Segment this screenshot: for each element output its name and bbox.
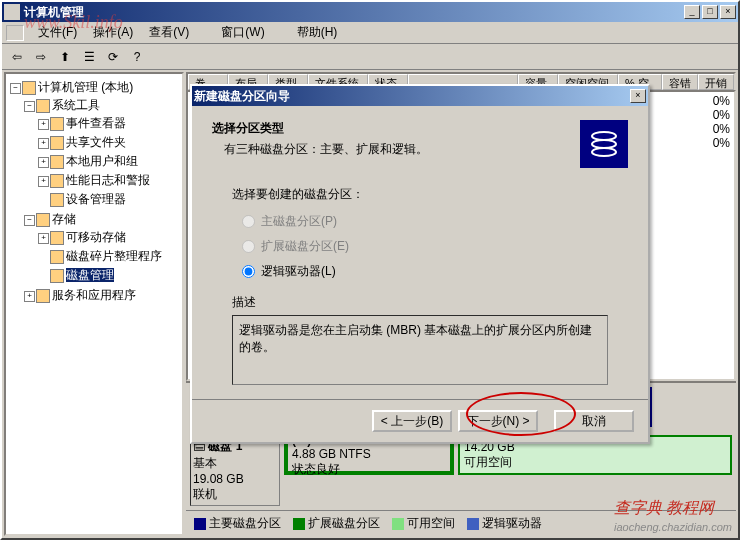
next-button[interactable]: 下一步(N) > xyxy=(458,410,538,432)
computer-icon xyxy=(22,81,36,95)
minimize-button[interactable]: _ xyxy=(684,5,700,19)
legend: 主要磁盘分区 扩展磁盘分区 可用空间 逻辑驱动器 xyxy=(186,510,736,536)
tree-devmgr[interactable]: 设备管理器 xyxy=(36,190,180,209)
app-icon xyxy=(4,4,20,20)
dialog-titlebar: 新建磁盘分区向导 × xyxy=(192,86,648,106)
radio-logical[interactable]: 逻辑驱动器(L) xyxy=(242,259,628,284)
dialog-buttons: < 上一步(B) 下一步(N) > 取消 xyxy=(192,399,648,442)
menubar: 文件(F) 操作(A) 查看(V) 窗口(W) 帮助(H) xyxy=(2,22,738,44)
tools-icon xyxy=(36,99,50,113)
storage-icon xyxy=(36,213,50,227)
radio-logical-input[interactable] xyxy=(242,265,255,278)
legend-primary-swatch xyxy=(194,518,206,530)
disk1-info[interactable]: 🖴 磁盘 1 基本 19.08 GB 联机 xyxy=(190,435,280,506)
svg-point-1 xyxy=(592,140,616,148)
dialog-title: 新建磁盘分区向导 xyxy=(194,88,628,105)
app-menu-icon xyxy=(6,25,24,41)
radio-extended-input xyxy=(242,240,255,253)
maximize-button[interactable]: □ xyxy=(702,5,718,19)
menu-view[interactable]: 查看(V) xyxy=(141,22,197,43)
legend-free-swatch xyxy=(392,518,404,530)
description-label: 描述 xyxy=(212,294,628,311)
new-partition-wizard: 新建磁盘分区向导 × 选择分区类型 有三种磁盘分区：主要、扩展和逻辑。 选择要创… xyxy=(190,84,650,444)
svg-point-2 xyxy=(592,148,616,156)
description-box: 逻辑驱动器是您在主启动集 (MBR) 基本磁盘上的扩展分区内所创建的卷。 xyxy=(232,315,608,385)
svg-point-0 xyxy=(592,132,616,140)
tree-users[interactable]: 本地用户和组 xyxy=(36,152,180,171)
device-icon xyxy=(50,193,64,207)
menu-window[interactable]: 窗口(W) xyxy=(213,22,272,43)
disk-icon xyxy=(50,269,64,283)
radio-extended: 扩展磁盘分区(E) xyxy=(242,234,628,259)
tree-root[interactable]: 计算机管理 (本地) 系统工具 事件查看器 共享文件夹 本地用户和组 性能日志和… xyxy=(8,78,180,306)
tree-systools[interactable]: 系统工具 事件查看器 共享文件夹 本地用户和组 性能日志和警报 设备管理器 xyxy=(22,96,180,210)
col-fault[interactable]: 容错 xyxy=(662,74,698,90)
event-icon xyxy=(50,117,64,131)
back-button[interactable]: < 上一步(B) xyxy=(372,410,452,432)
tree-shared[interactable]: 共享文件夹 xyxy=(36,133,180,152)
up-icon[interactable]: ⬆ xyxy=(54,46,76,68)
menu-help[interactable]: 帮助(H) xyxy=(289,22,346,43)
dialog-close-button[interactable]: × xyxy=(630,89,646,103)
menu-action[interactable]: 操作(A) xyxy=(85,22,141,43)
legend-logical-swatch xyxy=(467,518,479,530)
partition-type-group: 主磁盘分区(P) 扩展磁盘分区(E) 逻辑驱动器(L) xyxy=(212,203,628,294)
users-icon xyxy=(50,155,64,169)
tree-services[interactable]: 服务和应用程序 xyxy=(22,286,180,305)
menu-file[interactable]: 文件(F) xyxy=(30,22,85,43)
tree-perflog[interactable]: 性能日志和警报 xyxy=(36,171,180,190)
overhead-values: 0%0%0%0% xyxy=(713,94,730,150)
perf-icon xyxy=(50,174,64,188)
back-icon[interactable]: ⇦ xyxy=(6,46,28,68)
toolbar: ⇦ ⇨ ⬆ ☰ ⟳ ? xyxy=(2,44,738,70)
help-icon[interactable]: ? xyxy=(126,46,148,68)
list-icon[interactable]: ☰ xyxy=(78,46,100,68)
dialog-heading: 选择分区类型 xyxy=(212,120,428,137)
forward-icon[interactable]: ⇨ xyxy=(30,46,52,68)
partition-type-prompt: 选择要创建的磁盘分区： xyxy=(212,186,628,203)
tree-storage[interactable]: 存储 可移动存储 磁盘碎片整理程序 磁盘管理 xyxy=(22,210,180,286)
radio-primary: 主磁盘分区(P) xyxy=(242,209,628,234)
tree-eventviewer[interactable]: 事件查看器 xyxy=(36,114,180,133)
titlebar: 计算机管理 _ □ × xyxy=(2,2,738,22)
disk-stack-icon xyxy=(580,120,628,168)
dialog-subtitle: 有三种磁盘分区：主要、扩展和逻辑。 xyxy=(212,141,428,158)
legend-ext-swatch xyxy=(293,518,305,530)
window-title: 计算机管理 xyxy=(24,4,682,21)
services-icon xyxy=(36,289,50,303)
folder-icon xyxy=(50,136,64,150)
col-overhead[interactable]: 开销 xyxy=(698,74,734,90)
close-button[interactable]: × xyxy=(720,5,736,19)
refresh-icon[interactable]: ⟳ xyxy=(102,46,124,68)
removable-icon xyxy=(50,231,64,245)
tree-defrag[interactable]: 磁盘碎片整理程序 xyxy=(36,247,180,266)
radio-primary-input xyxy=(242,215,255,228)
tree-removable[interactable]: 可移动存储 xyxy=(36,228,180,247)
defrag-icon xyxy=(50,250,64,264)
cancel-button[interactable]: 取消 xyxy=(554,410,634,432)
tree-diskmgmt[interactable]: 磁盘管理 xyxy=(36,266,180,285)
nav-tree[interactable]: 计算机管理 (本地) 系统工具 事件查看器 共享文件夹 本地用户和组 性能日志和… xyxy=(4,72,184,536)
